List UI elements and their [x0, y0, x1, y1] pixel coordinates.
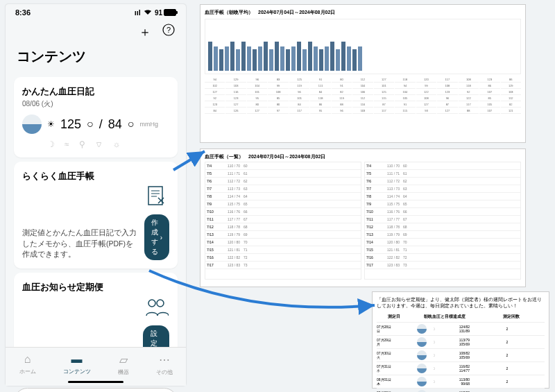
moon-icon: ☽ — [47, 139, 55, 149]
diary-card[interactable]: かんたん血圧日記 08/06 (火) ☀ 125 ○ / 84 ○ mmHg ☽… — [14, 77, 178, 157]
drink-icon: 🜄 — [95, 139, 103, 149]
gauge-icon — [417, 350, 427, 360]
weekly-row: 07月29日 月☽113/79 105/692 — [377, 336, 545, 349]
notebook-title: らくらく血圧手帳 — [22, 170, 169, 182]
list-table: 7/4110 / 70 607/5111 / 71 617/6112 / 72 … — [205, 162, 361, 280]
weekly-row: 08月01日 木☽113/80 99/682 — [377, 375, 545, 389]
diary-title: かんたん血圧日記 — [22, 85, 169, 98]
bp-ring-icon: ○ — [87, 118, 94, 130]
svg-point-4 — [157, 300, 164, 307]
signal-icon: ııl — [135, 8, 141, 17]
people-icon — [144, 295, 169, 320]
activity-icons: ☽≈⚲🜄☼ — [22, 139, 169, 149]
chevron-right-icon: › — [160, 234, 162, 241]
misc-icon: ☼ — [113, 139, 121, 149]
bp-chart — [205, 19, 521, 74]
device-icon: ▱ — [119, 353, 128, 366]
pdf-icon — [144, 184, 169, 209]
svg-point-3 — [148, 300, 155, 307]
phone-frame: 8:36 ııl 91 ＋ ? コンテンツ かんたん血圧日記 08/06 (火)… — [6, 4, 186, 386]
svg-rect-2 — [148, 187, 162, 205]
create-button[interactable]: 作成する› — [144, 214, 169, 260]
tab-bar: ⌂ホーム ▬コンテンツ ▱機器 ⋯その他 — [6, 347, 186, 386]
bp-unit: mmHg — [139, 121, 158, 128]
tab-devices[interactable]: ▱機器 — [118, 353, 129, 376]
report-chart: 血圧手帳（朝晩平均） 2024年07月04日～2024年08月02日 94129… — [200, 4, 526, 143]
tab-contents[interactable]: ▬コンテンツ — [63, 353, 91, 376]
mail-title: 血圧お知らせ定期便 — [22, 281, 169, 293]
tab-home[interactable]: ⌂ホーム — [19, 353, 36, 376]
diastolic: 84 — [108, 117, 122, 132]
bp-gauge-icon — [22, 114, 42, 134]
add-icon[interactable]: ＋ — [139, 24, 151, 40]
mail-intro: 「血圧お知らせ定期便」より、健太郎（測定者）様の週間レポートをお送りしております… — [377, 296, 545, 309]
gauge-icon — [417, 377, 427, 386]
home-icon: ⌂ — [24, 353, 31, 366]
sun-icon: ☀ — [47, 119, 55, 129]
status-time: 8:36 — [15, 8, 31, 17]
add-content-button[interactable]: ＋ コンテンツ追加 — [14, 388, 178, 392]
more-icon: ⋯ — [159, 353, 170, 366]
contents-icon: ▬ — [71, 353, 83, 366]
tab-other[interactable]: ⋯その他 — [156, 353, 173, 376]
bp-ring-icon: ○ — [128, 118, 135, 130]
weekly-row: 08月02日 金☽117/80 --1 — [377, 389, 545, 392]
diary-date: 08/06 (火) — [22, 99, 169, 109]
notebook-desc: 測定値とかんたん血圧日記で入力したメモから、血圧手帳(PDF)を作成できます。 — [22, 228, 139, 260]
report-mail: 「血圧お知らせ定期便」より、健太郎（測定者）様の週間レポートをお送りしております… — [372, 291, 549, 389]
battery-icon: 91 — [155, 9, 176, 17]
home-indicator — [68, 381, 123, 383]
wave-icon: ≈ — [65, 139, 69, 149]
list-table: 7/4110 / 70 607/5111 / 71 617/6112 / 72 … — [364, 162, 521, 280]
systolic: 125 — [60, 117, 81, 132]
report-list: 血圧手帳（一覧） 2024年07月04日～2024年08月02日 7/4110 … — [200, 148, 526, 287]
walk-icon: ⚲ — [79, 139, 85, 149]
help-icon[interactable]: ? — [162, 24, 175, 40]
weekly-row: 07月31日 水☽116/82 114/772 — [377, 362, 545, 375]
status-bar: 8:36 ııl 91 — [6, 4, 186, 21]
weekly-row: 07月30日 火☽108/82 105/692 — [377, 349, 545, 362]
page-title: コンテンツ — [6, 43, 186, 73]
gauge-icon — [417, 324, 427, 334]
svg-text:?: ? — [166, 26, 171, 34]
data-table: 9412996831259180112127118120117108123861… — [205, 77, 521, 114]
wifi-icon — [144, 8, 152, 17]
gauge-icon — [417, 364, 427, 373]
notebook-card: らくらく血圧手帳 測定値とかんたん血圧日記で入力したメモから、血圧手帳(PDF)… — [14, 162, 178, 269]
gauge-icon — [417, 337, 427, 347]
weekly-row: 07月28日 日☽124/82 131/892 — [377, 323, 545, 336]
